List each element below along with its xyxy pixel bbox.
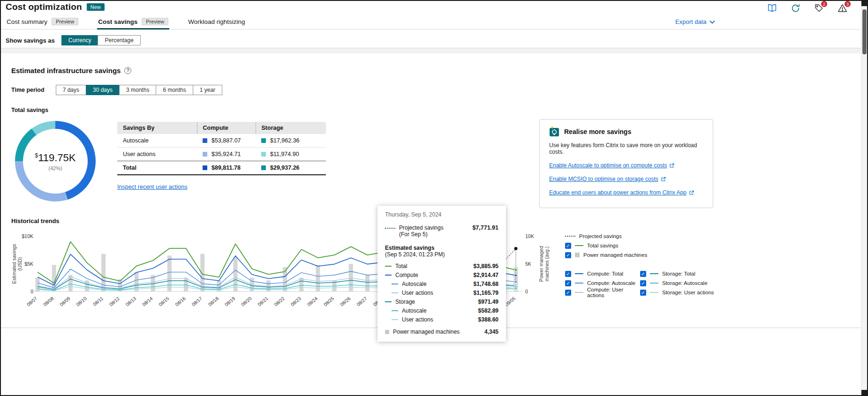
x-tick-label: 08/20 (240, 296, 253, 307)
period-6-months[interactable]: 6 months (156, 85, 193, 95)
legend-label: Storage: User actions (662, 290, 714, 295)
col-header-savings-by: Savings By (117, 122, 197, 134)
background-band (1, 48, 860, 53)
y-axis-title-right: Power managed (538, 246, 544, 282)
export-data-button[interactable]: Export data (675, 18, 715, 25)
refresh-icon[interactable] (790, 3, 800, 13)
chart-legend-series: ✓Compute: Total✓Storage: Total✓Compute: … (565, 269, 722, 297)
scroll-down-arrow[interactable] (861, 390, 868, 395)
cost-optimization-window: Cost optimization New 2 3 Cost summaryPr… (0, 0, 868, 396)
y-tick-right: 0 (525, 289, 528, 294)
checkbox-storage-autoscale[interactable]: ✓ (640, 280, 646, 286)
projected-point (514, 247, 518, 250)
x-tick-label: 08/21 (257, 296, 269, 307)
line-swatch-icon (650, 273, 658, 274)
x-tick-label: 08/13 (125, 296, 137, 307)
line-swatch-icon (575, 273, 583, 274)
period-3-months[interactable]: 3 months (119, 85, 156, 95)
power-bar (101, 254, 106, 291)
line-swatch-icon (385, 301, 392, 302)
tooltip-row-total: Total$3,885.95 (385, 262, 498, 270)
line-swatch-icon (575, 292, 583, 293)
checkbox-compute-total[interactable]: ✓ (565, 271, 571, 277)
title-wrap: Cost optimization New (6, 2, 105, 12)
section-title: Estimated infrastructure savings (11, 67, 121, 75)
alert-icon[interactable]: 3 (837, 3, 847, 13)
show-as-percentage[interactable]: Percentage (98, 35, 140, 45)
realise-card-links: Enable Autoscale to optimise on compute … (549, 162, 703, 196)
line-swatch-icon (392, 284, 398, 284)
legend-label: Compute: User actions (587, 287, 640, 298)
tab-list: Cost summaryPreviewCost savingsPreviewWo… (6, 15, 264, 30)
realise-card-description: Use key features form Citrix to save mor… (549, 142, 703, 155)
tag-icon[interactable]: 2 (814, 3, 824, 13)
y-tick-right: 5K (525, 261, 531, 267)
legend-compute-total: ✓Compute: Total (565, 269, 640, 278)
hover-point-compute-autoscale (514, 281, 517, 283)
scroll-up-arrow[interactable] (861, 1, 868, 6)
tooltip-power-label: Power managed machines (393, 329, 460, 335)
power-square-icon (385, 330, 389, 334)
legend-label: Compute: Autoscale (587, 280, 635, 286)
tabbar: Cost summaryPreviewCost savingsPreviewWo… (1, 15, 860, 30)
help-icon[interactable]: ? (124, 67, 131, 74)
tab-cost-savings[interactable]: Cost savingsPreview (97, 15, 169, 30)
period-30-days[interactable]: 30 days (86, 85, 120, 95)
realise-card-header: Realise more savings (549, 127, 703, 137)
power-bar (365, 275, 370, 291)
tooltip-row-value: $582.89 (478, 307, 498, 314)
show-as-currency[interactable]: Currency (61, 35, 98, 45)
tooltip-row-user-actions: User actions$1,165.79 (392, 288, 498, 297)
tab-workload-rightsizing[interactable]: Workload rightsizing (187, 15, 246, 30)
tooltip-row-label: Autoscale (402, 307, 427, 314)
projected-line-icon (565, 236, 575, 237)
donut-amount: 119.75K (38, 152, 75, 164)
link-educate-end-users-about-power-actions-from-citrix-app[interactable]: Educate end users about power actions fr… (549, 189, 687, 196)
period-1-year[interactable]: 1 year (193, 85, 222, 95)
link-enable-mcsio-to-optimise-on-storage-costs[interactable]: Enable MCSIO to optimise on storage cost… (549, 176, 658, 182)
scrollbar-thumb[interactable] (862, 9, 867, 54)
donut-value: $119.75K (35, 152, 75, 164)
tooltip-row-compute: Compute$2,914.47 (385, 270, 498, 279)
vertical-scrollbar[interactable] (861, 1, 867, 395)
tooltip-row-storage: Storage$971.49 (385, 297, 498, 306)
checkbox-storage-user-actions[interactable]: ✓ (640, 290, 646, 296)
power-bar (283, 267, 287, 291)
checkbox-total-savings[interactable]: ✓ (565, 243, 571, 249)
x-tick-label: 08/10 (75, 296, 88, 307)
hover-point-total-savings (514, 269, 517, 271)
legend-storage-total: ✓Storage: Total (640, 269, 722, 278)
checkbox-power-managed-machines[interactable]: ✓ (565, 252, 571, 258)
table-row-autoscale: Autoscale$53,887.07$17,962.36 (117, 134, 326, 148)
tooltip-row-label: Storage (395, 299, 415, 305)
y-axis-title-left: Estimated savings (11, 244, 17, 284)
total-savings-donut-chart[interactable]: $119.75K (42%) (15, 121, 96, 202)
col-header-storage: Storage (256, 122, 326, 134)
tooltip-row-value: $2,914.47 (474, 272, 498, 278)
cell-compute: $89,811.78 (197, 161, 256, 175)
chart-legend-primary: Projected savings✓Total savings✓Power ma… (565, 232, 647, 260)
time-period-label: Time period (11, 87, 45, 93)
link-enable-autoscale-to-optimise-on-compute-costs[interactable]: Enable Autoscale to optimise on compute … (549, 162, 667, 169)
period-7-days[interactable]: 7 days (56, 85, 86, 95)
line-swatch-icon (650, 292, 658, 293)
tooltip-row-value: $971.49 (478, 299, 498, 305)
topbar: Cost optimization New 2 3 (1, 1, 860, 14)
inspect-user-actions-link[interactable]: Inspect recent user actions (117, 184, 187, 190)
savings-table-head: Savings ByComputeStorage (117, 122, 326, 134)
tab-cost-summary[interactable]: Cost summaryPreview (6, 15, 79, 30)
storage-color-swatch (261, 152, 266, 157)
legend-label: Storage: Total (662, 271, 695, 276)
checkbox-compute-autoscale[interactable]: ✓ (565, 280, 571, 286)
x-tick-label: 08/14 (141, 296, 154, 307)
checkbox-compute-user-actions[interactable]: ✓ (565, 290, 571, 296)
checkbox-storage-total[interactable]: ✓ (640, 271, 646, 277)
tooltip-row-label: User actions (402, 316, 433, 323)
cell-storage: $17,962.36 (256, 134, 326, 148)
tooltip-row-label: Total (395, 263, 407, 269)
reader-icon[interactable] (767, 3, 777, 13)
donut-center: $119.75K (42%) (23, 129, 88, 194)
legend-label: Power managed machines (583, 252, 647, 258)
col-header-compute: Compute (197, 122, 256, 134)
savings-table-header-row: Savings ByComputeStorage (117, 122, 326, 134)
